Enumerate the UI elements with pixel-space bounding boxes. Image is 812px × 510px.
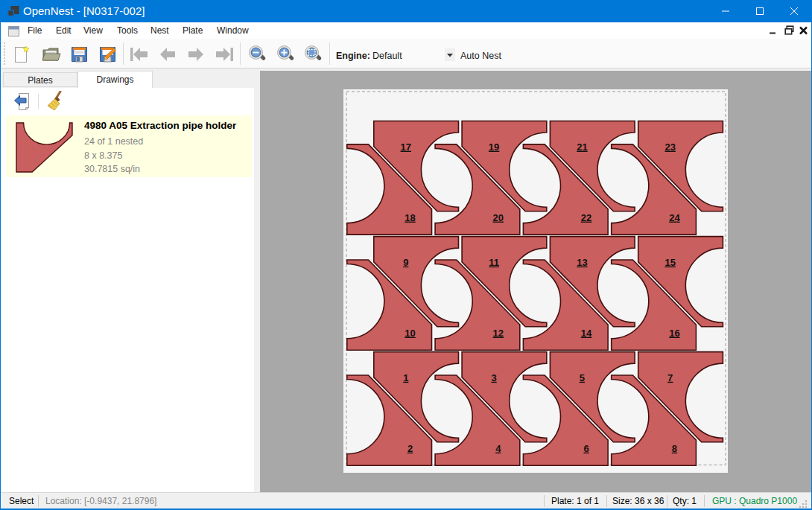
svg-text:22: 22 [581, 212, 591, 223]
svg-text:16: 16 [669, 328, 679, 339]
svg-text:12: 12 [493, 328, 504, 339]
svg-text:3: 3 [491, 372, 496, 383]
svg-text:18: 18 [405, 212, 415, 223]
svg-text:19: 19 [489, 141, 499, 153]
svg-text:10: 10 [405, 328, 415, 339]
svg-text:9: 9 [403, 257, 408, 268]
svg-text:6: 6 [583, 443, 589, 454]
svg-text:23: 23 [664, 141, 675, 153]
svg-text:2: 2 [407, 443, 413, 454]
svg-text:21: 21 [577, 141, 587, 153]
svg-text:5: 5 [580, 372, 585, 383]
svg-text:24: 24 [669, 212, 680, 223]
svg-text:15: 15 [664, 257, 675, 268]
svg-text:20: 20 [493, 212, 504, 223]
svg-text:7: 7 [667, 372, 673, 383]
svg-text:14: 14 [581, 328, 592, 339]
svg-text:17: 17 [401, 141, 411, 153]
svg-text:1: 1 [403, 372, 408, 383]
svg-text:11: 11 [489, 257, 499, 268]
svg-text:8: 8 [672, 443, 677, 454]
svg-text:13: 13 [577, 257, 587, 268]
svg-text:4: 4 [495, 443, 501, 454]
